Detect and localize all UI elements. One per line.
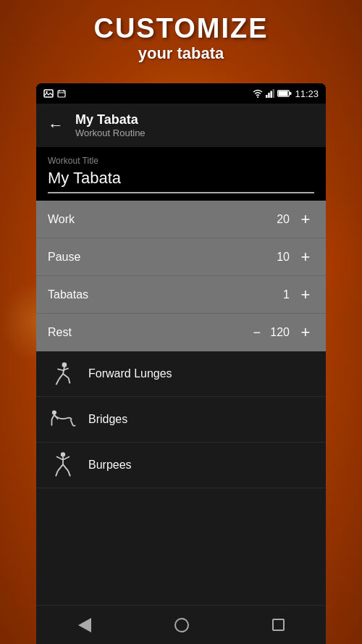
svg-rect-7 bbox=[266, 95, 268, 98]
svg-line-30 bbox=[56, 456, 63, 460]
workout-title-input[interactable] bbox=[48, 169, 314, 193]
workout-title-section: Workout Title bbox=[36, 147, 326, 201]
svg-point-28 bbox=[61, 452, 65, 456]
rest-label: Rest bbox=[48, 326, 72, 339]
back-button[interactable]: ← bbox=[48, 116, 64, 135]
rest-value: 120 bbox=[268, 326, 290, 339]
exercise-name-forward-lunges: Forward Lunges bbox=[88, 367, 172, 380]
exercise-item-forward-lunges[interactable]: Forward Lunges bbox=[36, 351, 326, 397]
image-icon bbox=[43, 89, 54, 98]
exercise-item-bridges[interactable]: Bridges bbox=[36, 397, 326, 443]
tabatas-value: 1 bbox=[268, 288, 290, 301]
nav-home-button[interactable] bbox=[167, 611, 196, 640]
hero-subtitle: your tabata bbox=[0, 44, 362, 63]
tabatas-label: Tabatas bbox=[48, 288, 88, 301]
pause-control: 10 + bbox=[268, 248, 314, 267]
pause-value: 10 bbox=[268, 251, 290, 264]
nav-bar bbox=[36, 605, 326, 644]
svg-line-32 bbox=[58, 464, 63, 471]
svg-point-14 bbox=[62, 362, 67, 367]
exercise-item-burpees[interactable]: Burpees bbox=[36, 443, 326, 488]
workout-title-label: Workout Title bbox=[48, 156, 314, 166]
svg-line-21 bbox=[69, 378, 70, 384]
lunge-icon bbox=[48, 359, 78, 389]
status-right-icons: 11:23 bbox=[253, 88, 319, 99]
battery-icon bbox=[277, 89, 292, 98]
settings-row-pause: Pause 10 + bbox=[36, 238, 326, 276]
exercise-name-bridges: Bridges bbox=[88, 413, 127, 426]
phone-screen: 11:23 ← My Tabata Workout Routine Workou… bbox=[36, 83, 326, 644]
settings-row-tabatas: Tabatas 1 + bbox=[36, 276, 326, 314]
svg-line-34 bbox=[63, 464, 68, 471]
svg-point-6 bbox=[257, 96, 258, 98]
settings-row-work: Work 20 + bbox=[36, 201, 326, 238]
status-bar: 11:23 bbox=[36, 83, 326, 104]
back-nav-icon bbox=[78, 618, 91, 632]
svg-rect-0 bbox=[44, 90, 53, 97]
burpee-icon bbox=[48, 450, 78, 480]
work-plus-button[interactable]: + bbox=[297, 210, 314, 229]
app-bar: ← My Tabata Workout Routine bbox=[36, 104, 326, 147]
nav-back-button[interactable] bbox=[71, 611, 98, 640]
settings-row-rest: Rest − 120 + bbox=[36, 314, 326, 351]
bridge-icon bbox=[48, 404, 78, 435]
svg-rect-10 bbox=[273, 89, 274, 98]
status-time: 11:23 bbox=[295, 88, 319, 99]
signal-icon bbox=[266, 89, 274, 98]
hero-section: CUSTOMIZE your tabata bbox=[0, 13, 362, 63]
svg-line-18 bbox=[59, 374, 63, 380]
app-bar-titles: My Tabata Workout Routine bbox=[75, 112, 146, 138]
app-bar-title: My Tabata bbox=[75, 112, 146, 127]
rest-minus-button[interactable]: − bbox=[253, 325, 261, 340]
calendar-icon bbox=[57, 89, 66, 98]
nav-recent-button[interactable] bbox=[265, 611, 292, 638]
hero-title: CUSTOMIZE bbox=[0, 13, 362, 44]
home-nav-icon bbox=[174, 618, 189, 632]
app-bar-subtitle: Workout Routine bbox=[75, 127, 146, 138]
pause-label: Pause bbox=[48, 251, 80, 264]
svg-line-35 bbox=[68, 471, 70, 476]
svg-rect-8 bbox=[269, 93, 271, 98]
svg-point-22 bbox=[52, 410, 56, 414]
rest-control: − 120 + bbox=[253, 323, 314, 342]
tabatas-control: 1 + bbox=[268, 285, 314, 304]
work-label: Work bbox=[48, 213, 75, 226]
tabatas-plus-button[interactable]: + bbox=[297, 285, 314, 304]
rest-plus-button[interactable]: + bbox=[297, 323, 314, 342]
work-value: 20 bbox=[268, 213, 290, 226]
exercise-name-burpees: Burpees bbox=[88, 459, 132, 472]
svg-rect-9 bbox=[271, 91, 273, 99]
pause-plus-button[interactable]: + bbox=[297, 248, 314, 267]
svg-line-16 bbox=[57, 369, 63, 370]
svg-line-23 bbox=[70, 419, 72, 426]
svg-line-25 bbox=[51, 415, 54, 419]
status-left-icons bbox=[43, 89, 66, 98]
svg-line-33 bbox=[56, 471, 58, 476]
svg-line-19 bbox=[56, 380, 59, 385]
work-control: 20 + bbox=[268, 210, 314, 229]
svg-rect-12 bbox=[279, 91, 288, 96]
recent-nav-icon bbox=[272, 619, 285, 631]
settings-section: Work 20 + Pause 10 + Tabatas 1 + Rest bbox=[36, 201, 326, 351]
wifi-icon bbox=[253, 89, 263, 98]
exercise-list: Forward Lunges Bridges bbox=[36, 351, 326, 605]
svg-line-31 bbox=[63, 456, 70, 460]
svg-rect-13 bbox=[290, 92, 292, 95]
svg-line-20 bbox=[63, 374, 69, 378]
